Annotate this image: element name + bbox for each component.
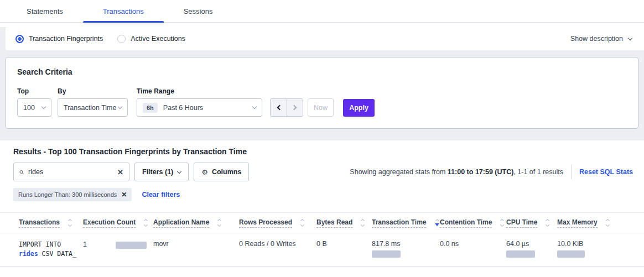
- top-select-value: 100: [23, 104, 35, 112]
- results-section: Results - Top 100 Transaction Fingerprin…: [0, 140, 644, 266]
- rows-processed-cell: 0 Reads / 0 Writes: [239, 240, 316, 248]
- max-memory-bar: [557, 250, 585, 258]
- chevron-left-icon: [277, 105, 282, 111]
- transaction-time-cell: 817.8 ms: [372, 240, 440, 258]
- sort-icon: [361, 219, 364, 226]
- now-button[interactable]: Now: [308, 98, 334, 117]
- show-description-label: Show description: [570, 35, 623, 43]
- chevron-down-icon: [628, 35, 632, 40]
- top-select[interactable]: 100: [17, 98, 51, 117]
- sort-icon: [501, 219, 503, 226]
- show-description-toggle[interactable]: Show description: [570, 35, 632, 43]
- execution-count-cell: 1: [83, 240, 153, 249]
- by-select-value: Transaction Time: [64, 104, 116, 112]
- divider: [571, 165, 572, 179]
- sort-icon: [69, 219, 71, 226]
- chevron-down-icon: [252, 104, 257, 109]
- by-select[interactable]: Transaction Time: [58, 98, 128, 117]
- cpu-time-bar: [506, 250, 535, 258]
- column-header-max-memory[interactable]: Max Memory: [557, 213, 638, 233]
- tab-transactions[interactable]: Transactions: [83, 0, 164, 22]
- columns-button[interactable]: ⚙ Columns: [194, 163, 249, 181]
- column-header-contention-time[interactable]: Contention Time: [440, 213, 506, 233]
- filters-button[interactable]: Filters (1): [134, 163, 189, 181]
- transaction-time-bar: [372, 250, 401, 258]
- sort-icon: [606, 219, 609, 226]
- chevron-down-icon: [177, 169, 181, 173]
- sort-icon: [301, 219, 304, 226]
- max-memory-cell: 10.0 KiB: [557, 240, 638, 258]
- column-header-cpu-time[interactable]: CPU Time: [506, 213, 557, 233]
- chevron-down-icon: [118, 104, 122, 109]
- top-label: Top: [17, 87, 51, 95]
- time-range-prev-button[interactable]: [271, 99, 287, 116]
- radio-unselected-icon: [117, 35, 126, 43]
- sort-icon: [546, 219, 549, 226]
- column-header-application-name[interactable]: Application Name: [153, 213, 239, 233]
- chevron-right-icon: [292, 105, 297, 111]
- search-input[interactable]: [28, 168, 117, 176]
- radio-label: Active Executions: [131, 35, 185, 43]
- time-range-label: Time Range: [137, 87, 262, 95]
- radio-selected-icon: [15, 35, 24, 43]
- filters-button-label: Filters (1): [142, 168, 173, 176]
- results-controls-row: ✕ Filters (1) ⚙ Columns Showing aggregat…: [0, 163, 644, 181]
- filter-pill-label: Runs Longer Than: 300 milliseconds: [18, 191, 117, 198]
- stats-time-range: 11:00 to 17:59 (UTC): [448, 168, 513, 176]
- gear-icon: ⚙: [201, 168, 208, 176]
- aggregated-stats-text: Showing aggregated stats from 11:00 to 1…: [350, 168, 563, 176]
- chevron-down-icon: [41, 104, 46, 109]
- search-match-highlight: rides: [19, 250, 38, 258]
- column-header-rows-processed[interactable]: Rows Processed: [239, 213, 316, 233]
- reset-sql-stats-link[interactable]: Reset SQL Stats: [579, 168, 633, 176]
- bytes-read-cell: 0 B: [316, 240, 372, 248]
- radio-label: Transaction Fingerprints: [29, 35, 103, 43]
- table-row: IMPORT INTO rides CSV DATA_ 1 movr 0 Rea…: [0, 233, 644, 266]
- time-range-value: Past 6 Hours: [163, 104, 203, 112]
- search-icon: [19, 169, 24, 176]
- sort-icon: [435, 219, 439, 226]
- transactions-table: Transactions Execution Count Application…: [0, 212, 644, 266]
- top-field: Top 100: [17, 87, 51, 117]
- execution-count-bar: [116, 242, 147, 249]
- tab-statements[interactable]: Statements: [7, 0, 83, 22]
- view-toggle-card: Transaction Fingerprints Active Executio…: [6, 27, 644, 50]
- time-range-select[interactable]: 6h Past 6 Hours: [137, 98, 262, 117]
- contention-time-cell: 0.0 ns: [440, 240, 506, 248]
- sql-activity-tabbar: Statements Transactions Sessions: [0, 0, 644, 23]
- time-range-pager: [270, 98, 303, 117]
- cpu-time-cell: 64.0 µs: [506, 240, 557, 258]
- clear-search-icon[interactable]: ✕: [117, 169, 123, 176]
- by-field: By Transaction Time: [58, 87, 128, 117]
- time-range-badge: 6h: [143, 103, 158, 113]
- search-box: ✕: [13, 163, 129, 181]
- column-header-transactions[interactable]: Transactions: [19, 213, 83, 233]
- sort-icon: [218, 219, 221, 226]
- by-label: By: [58, 87, 128, 95]
- columns-button-label: Columns: [212, 168, 241, 176]
- remove-filter-icon[interactable]: ✕: [121, 191, 127, 198]
- transaction-fingerprint-link[interactable]: IMPORT INTO rides CSV DATA_: [19, 240, 83, 259]
- application-name-cell: movr: [153, 240, 239, 248]
- top-section: Transaction Fingerprints Active Executio…: [0, 27, 644, 140]
- time-range-field: Time Range 6h Past 6 Hours: [137, 87, 262, 117]
- tab-sessions[interactable]: Sessions: [164, 0, 233, 22]
- column-header-transaction-time[interactable]: Transaction Time: [372, 213, 440, 233]
- sort-icon: [144, 219, 147, 226]
- active-filters-row: Runs Longer Than: 300 milliseconds ✕ Cle…: [0, 188, 644, 201]
- column-header-bytes-read[interactable]: Bytes Read: [316, 213, 372, 233]
- column-header-execution-count[interactable]: Execution Count: [83, 213, 153, 233]
- time-range-next-button[interactable]: [287, 99, 303, 116]
- filter-pill: Runs Longer Than: 300 milliseconds ✕: [13, 188, 132, 201]
- radio-active-executions[interactable]: Active Executions: [117, 35, 185, 43]
- search-criteria-card: Search Criteria Top 100 By Transaction T…: [6, 57, 638, 129]
- search-criteria-title: Search Criteria: [17, 67, 627, 76]
- clear-filters-link[interactable]: Clear filters: [142, 191, 180, 198]
- results-heading: Results - Top 100 Transaction Fingerprin…: [0, 147, 644, 156]
- radio-transaction-fingerprints[interactable]: Transaction Fingerprints: [15, 35, 103, 43]
- table-header-row: Transactions Execution Count Application…: [0, 213, 644, 233]
- apply-button[interactable]: Apply: [343, 99, 375, 117]
